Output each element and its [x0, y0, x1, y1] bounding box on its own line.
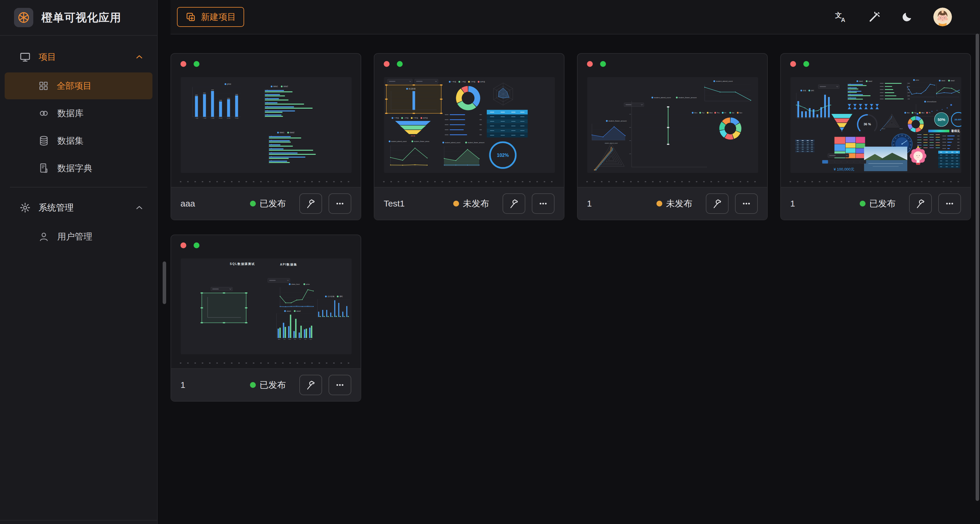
card-footer: 1 未发布 [578, 187, 767, 220]
mini-legend: 一年级二年级三年级四年级 [449, 81, 485, 83]
more-actions-button[interactable] [938, 193, 961, 214]
more-actions-button[interactable] [329, 375, 351, 395]
card-green-dot [803, 61, 809, 67]
thumbnail-canvas: 散花数量一年级二年级三年级四年级四年级一年级二年级三年级四年级student_a… [384, 77, 555, 173]
svg-text:Tue: Tue [702, 112, 704, 114]
edit-project-button[interactable] [706, 193, 729, 214]
card-status: 已发布 [250, 379, 286, 391]
main-scrollbar[interactable] [975, 33, 979, 501]
svg-text:defaul: defaul [881, 128, 885, 129]
mini-bowties [848, 104, 879, 109]
svg-text:Sat: Sat [305, 339, 307, 340]
svg-text:price: price [306, 284, 310, 285]
card-dash-separator [586, 181, 758, 182]
mini-legend: class_hourprice [289, 284, 310, 285]
sidebar: 橙单可视化应用 项目全部项目数据库数据集数据字典系统管理用户管理 [0, 0, 158, 524]
card-dash-separator [790, 181, 962, 182]
edit-project-button[interactable] [299, 193, 322, 214]
mini-wordgrid [917, 134, 940, 148]
header-icons: 文A [834, 8, 952, 26]
svg-text:Sun: Sun [310, 339, 312, 340]
svg-text:3805: 3805 [203, 92, 206, 94]
status-label: 已发布 [869, 198, 896, 210]
svg-text:六年级: 六年级 [235, 118, 239, 119]
status-dot [657, 201, 662, 207]
mini-donut [459, 89, 477, 107]
card-footer: 1 已发布 [781, 187, 970, 220]
edit-project-button[interactable] [503, 193, 525, 214]
magic-wand-icon[interactable] [868, 11, 881, 23]
card-thumbnail[interactable]: SQL数据源测试API数据集class_hourpricedata1data2M… [181, 258, 352, 354]
sidebar-item-全部项目[interactable]: 全部项目 [5, 72, 153, 99]
svg-text:二年级: 二年级 [461, 81, 466, 83]
svg-text:student_attend_count: student_attend_count [391, 140, 407, 142]
card-name: 1 [790, 199, 795, 209]
sidebar-item-数据字典[interactable]: 数据字典 [5, 155, 153, 182]
card-thumbnail[interactable]: 散花数量一年级二年级三年级四年级四年级一年级二年级三年级四年级student_a… [384, 77, 555, 173]
edit-project-button[interactable] [909, 193, 932, 214]
svg-text:看得见: 看得见 [951, 129, 960, 132]
card-thumbnail[interactable]: student_attend_countstudent_attend_count… [587, 77, 758, 173]
edit-project-button[interactable] [299, 375, 322, 395]
sidebar-scrollbar[interactable] [163, 261, 166, 304]
svg-text:Thu: Thu [294, 339, 296, 340]
mini-legend: data1data2 [277, 131, 294, 134]
mini-table [487, 110, 528, 138]
mini-line [936, 84, 960, 97]
svg-text:student_flower_amount: student_flower_amount [609, 120, 627, 122]
card-dash-separator [383, 181, 555, 182]
card-thumbnail[interactable]: price3495一年级3805二年级4343三年级2588四年级2964五年级… [181, 77, 352, 173]
svg-text:Wed: Wed [921, 112, 924, 114]
svg-text:data2: data2 [290, 131, 294, 134]
database-icon [38, 135, 49, 147]
sidebar-section-项目[interactable]: 项目 [0, 42, 157, 72]
more-actions-button[interactable] [532, 193, 555, 214]
sidebar-item-数据集[interactable]: 数据集 [5, 127, 153, 154]
mini-vline [667, 106, 669, 145]
mini-colorbar: 看得见 [928, 129, 960, 132]
mini-scatter [916, 104, 952, 116]
mini-legend: data1data2 [284, 310, 301, 312]
sidebar-section-系统管理[interactable]: 系统管理 [0, 193, 157, 223]
card-status: 未发布 [453, 198, 489, 210]
card-red-dot [180, 242, 186, 248]
mini-tri: student_attend_count [594, 143, 624, 170]
project-grid: price3495一年级3805二年级4343三年级2588四年级2964五年级… [170, 35, 980, 401]
sidebar-item-数据库[interactable]: 数据库 [5, 100, 153, 127]
mini-mascot [910, 145, 927, 165]
svg-text:3586: 3586 [235, 94, 238, 95]
section-label: 系统管理 [38, 202, 73, 214]
sidebar-item-用户管理[interactable]: 用户管理 [5, 223, 153, 250]
svg-text:三年级: 三年级 [414, 117, 418, 119]
mini-tri: defaulblock [880, 114, 903, 131]
thumbnail-canvas: SQL数据源测试API数据集class_hourpricedata1data2M… [181, 258, 352, 354]
svg-text:Tue: Tue [914, 112, 916, 114]
more-actions-button[interactable] [329, 193, 351, 214]
moon-icon[interactable] [901, 11, 913, 23]
svg-text:合计价格: 合计价格 [328, 296, 335, 298]
card-thumbnail[interactable]: 价格课时data1data2pricedata1data2chineseScor… [791, 77, 961, 173]
project-card: price3495一年级3805二年级4343三年级2588四年级2964五年级… [170, 53, 361, 220]
chevron-up-icon[interactable] [134, 52, 144, 62]
translate-icon[interactable]: 文A [834, 10, 848, 24]
svg-text:¥ 100,000元: ¥ 100,000元 [834, 167, 854, 172]
card-red-dot [180, 61, 186, 67]
user-avatar[interactable] [933, 8, 952, 26]
thumbnail-canvas: 价格课时data1data2pricedata1data2chineseScor… [791, 77, 961, 173]
card-footer: aaa 已发布 [171, 187, 361, 220]
svg-text:student_flower_amou: student_flower_amou [414, 140, 430, 142]
thumbnail-canvas: student_attend_countstudent_attend_count… [587, 77, 758, 173]
new-project-button[interactable]: 新建项目 [177, 7, 244, 27]
mini-progress [942, 135, 959, 149]
more-actions-button[interactable] [735, 193, 758, 214]
mini-legend: student_attend_countstudent_flower_amou [389, 140, 429, 142]
svg-text:四年级: 四年级 [480, 81, 485, 83]
chevron-up-icon[interactable] [134, 203, 144, 213]
thumbnail-canvas: price3495一年级3805二年级4343三年级2588四年级2964五年级… [181, 77, 352, 173]
mini-gbars [317, 299, 350, 317]
mini-ring: 50% [934, 113, 948, 126]
status-dot [860, 201, 865, 207]
card-footer: 1 已发布 [171, 368, 361, 401]
svg-text:102%: 102% [497, 153, 509, 158]
card-name: aaa [180, 199, 195, 209]
